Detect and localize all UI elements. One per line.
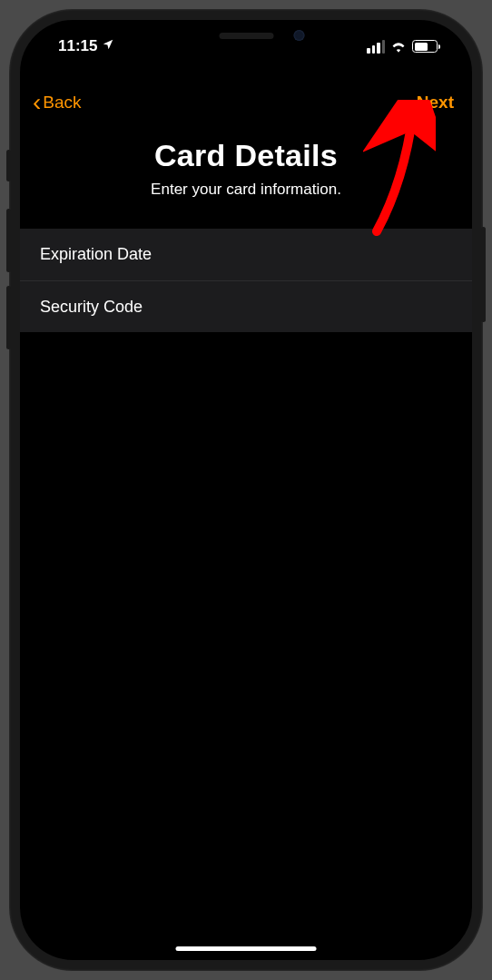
location-icon xyxy=(102,37,114,55)
nav-back-label: Back xyxy=(43,93,81,113)
battery-icon xyxy=(412,40,438,53)
silence-switch[interactable] xyxy=(6,150,11,181)
field-label: Expiration Date xyxy=(40,245,152,264)
notch xyxy=(144,20,349,51)
screen: 11:15 ‹ xyxy=(20,20,472,960)
nav-bar: ‹ Back Next xyxy=(20,80,472,125)
status-right xyxy=(367,33,445,60)
power-button[interactable] xyxy=(481,227,486,322)
header-block: Card Details Enter your card information… xyxy=(20,138,472,199)
volume-up-button[interactable] xyxy=(6,209,11,272)
cellular-icon xyxy=(367,40,385,54)
status-left: 11:15 xyxy=(47,33,114,60)
page-subtitle: Enter your card information. xyxy=(20,181,472,199)
expiration-date-field[interactable]: Expiration Date xyxy=(20,229,472,280)
nav-back-button[interactable]: ‹ Back xyxy=(33,90,82,115)
form-list: Expiration Date Security Code xyxy=(20,229,472,332)
security-code-field[interactable]: Security Code xyxy=(20,280,472,332)
volume-down-button[interactable] xyxy=(6,286,11,349)
home-indicator[interactable] xyxy=(176,946,317,951)
status-time: 11:15 xyxy=(58,37,97,55)
nav-next-label: Next xyxy=(417,93,454,112)
phone-frame: 11:15 ‹ xyxy=(9,9,483,971)
page-title: Card Details xyxy=(20,138,472,173)
speaker-grille xyxy=(219,33,273,39)
wifi-icon xyxy=(390,40,407,53)
front-camera xyxy=(294,30,305,41)
nav-next-button[interactable]: Next xyxy=(417,93,454,113)
chevron-left-icon: ‹ xyxy=(33,90,41,115)
field-label: Security Code xyxy=(40,298,143,317)
